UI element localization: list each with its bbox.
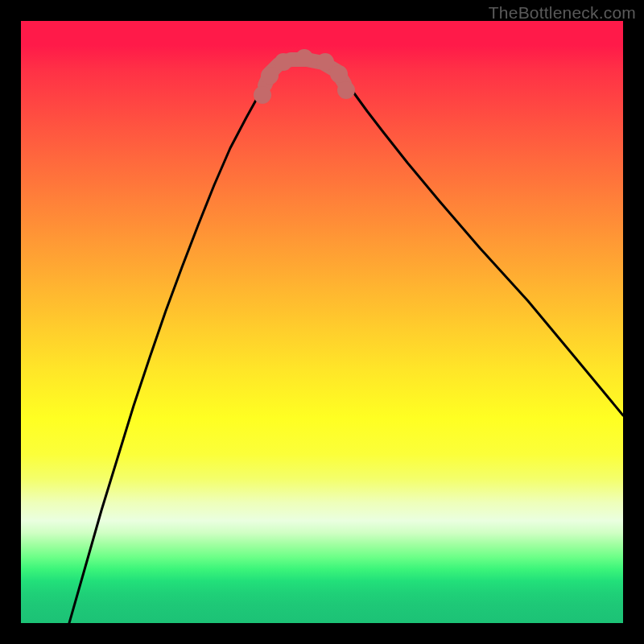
chart-frame: TheBottleneck.com xyxy=(0,0,644,644)
series-group xyxy=(69,60,623,623)
marker-dot xyxy=(254,86,271,104)
series-left-curve xyxy=(69,71,272,623)
marker-dot xyxy=(295,49,313,67)
marker-dot xyxy=(275,53,292,71)
marker-dot xyxy=(337,81,355,99)
series-right-curve xyxy=(341,71,623,415)
marker-dot xyxy=(261,67,279,85)
marker-dot xyxy=(316,53,334,71)
marker-group xyxy=(254,49,355,104)
watermark-text: TheBottleneck.com xyxy=(489,3,636,23)
plot-area xyxy=(21,21,623,623)
curve-layer xyxy=(21,21,623,623)
marker-dot xyxy=(330,65,348,83)
